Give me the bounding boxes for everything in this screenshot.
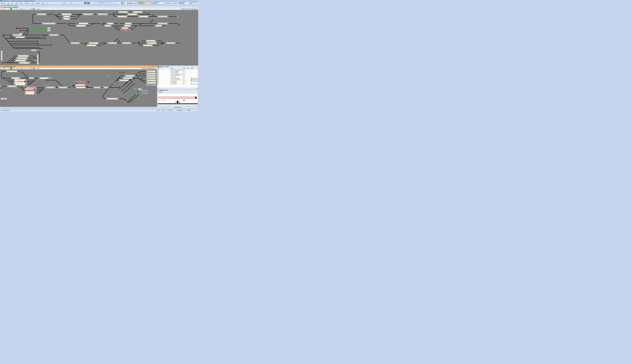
draw-line-icon[interactable]: ∕▾ bbox=[13, 8, 15, 10]
block-figagni-re-voie-1[interactable]: Figagnière voie 1 bbox=[88, 42, 99, 44]
level-crossing-icon[interactable]: + bbox=[125, 101, 126, 102]
speed-checkbox[interactable] bbox=[183, 70, 184, 70]
column-header-train[interactable]: Train bbox=[157, 68, 170, 69]
column-header-sig[interactable]: Sig. bbox=[187, 68, 190, 69]
loco-stop-a-icon[interactable]: ▣ bbox=[127, 2, 129, 4]
route-left-icon[interactable]: ⇆ bbox=[114, 2, 115, 4]
block-meyrargues-voie-15[interactable]: Meyrargues voie 15 bbox=[118, 80, 129, 81]
signal-state-icon[interactable] bbox=[88, 88, 90, 89]
block-figagni-re-vers-dragui-[interactable]: Figagnière vers Dragui... bbox=[70, 42, 80, 44]
text-button-a-maintenir-libre[interactable]: A MAINTENIR LIBRE bbox=[146, 83, 156, 84]
speed-checkbox[interactable] bbox=[183, 78, 184, 79]
train-row-zz-3-renault[interactable]: ZZ 3 Renault0▸Salerne voie 2 bbox=[157, 81, 198, 82]
draw-ellipse-icon[interactable]: ○▾ bbox=[26, 68, 28, 70]
stop-marker-icon[interactable] bbox=[184, 100, 185, 101]
block-saint-jeannet-voie-3[interactable]: Saint-Jeannet voie 3 bbox=[138, 16, 149, 17]
panel-title-indicator[interactable]: 3 Salernes-Meyrargues ▾ bbox=[142, 68, 156, 69]
panel2-close-button[interactable]: × bbox=[196, 7, 198, 8]
draw-slope-icon[interactable]: ∠▾ bbox=[16, 8, 18, 10]
clock-icon[interactable]: ◷ bbox=[134, 2, 136, 4]
block-grasse-voie-1[interactable]: Grasse voie 1 bbox=[104, 25, 112, 26]
select-icon[interactable]: ↖ bbox=[1, 8, 3, 10]
menu-help[interactable]: Help bbox=[41, 2, 45, 4]
block-meyrargues-voie-4[interactable]: Meyrargues voie 4 bbox=[146, 77, 156, 79]
train-row-cp-85-marchandises-tracteur[interactable]: CP 85 marchandises tracteur0 bbox=[157, 74, 198, 75]
block-entr-e-sortie-flayosc[interactable]: Entrée/sortie Flayosc bbox=[39, 77, 50, 79]
block-sillans-vers-me-[interactable]: Sillans - Vers Me... bbox=[93, 87, 101, 88]
block-entrecastaux-ver-[interactable]: Entrecastaux ver... bbox=[37, 54, 38, 64]
connector-c[interactable]: C bbox=[50, 77, 52, 79]
undo-icon[interactable]: ↶ bbox=[56, 2, 58, 4]
draw-switch-icon[interactable]: ⋎▾ bbox=[18, 68, 20, 70]
block-halte-du-viaduc-du-loup[interactable]: Halte du Viaduc du Loup bbox=[42, 23, 56, 24]
block-peymenade-voie-2[interactable]: Peymenade voie 2 bbox=[146, 42, 157, 44]
block-vence-vers-saint-jeannet[interactable]: Vence vers Saint-Jeannet bbox=[82, 14, 94, 15]
engines-close-button[interactable]: × bbox=[196, 66, 198, 67]
window-button-flayosc-voie-3[interactable]: Flayosc voie 3 bbox=[189, 2, 198, 4]
block-meyrargues-voie-2[interactable]: Meyrargues voie 2 bbox=[146, 73, 156, 74]
arrow-down-icon[interactable]: ↓ bbox=[117, 2, 119, 4]
block-salerne-voie-5[interactable]: Salerne voie 5 bbox=[25, 93, 35, 94]
block-flayosc-voie-4[interactable]: Flayosc voie 4 bbox=[14, 79, 26, 81]
block-cp-94-train-nettoyeur[interactable]: CP 94 train nettoyeur bbox=[24, 87, 36, 88]
palette-icon[interactable]: ◕ bbox=[35, 68, 37, 70]
block-grasse-vers-peymenade[interactable]: Grasse vers Peymenade bbox=[157, 23, 168, 24]
window-button-messages[interactable]: Messages bbox=[163, 2, 171, 4]
signal-indicator[interactable]: F0 bbox=[14, 84, 17, 85]
block-vence-vers-grasse[interactable]: Vence vers Grasse bbox=[36, 14, 47, 15]
block-sillans-vers-sal-[interactable]: Sillans - Vers Sal... bbox=[58, 87, 68, 88]
draw-ellipse-icon[interactable]: ○▾ bbox=[26, 8, 28, 10]
panel3-close-button[interactable]: × bbox=[155, 66, 156, 67]
speed-checkbox[interactable] bbox=[183, 79, 184, 80]
panel3-caption[interactable]: 3 Salernes-Meyrargues ▾ ⊤ × bbox=[0, 66, 157, 68]
draw-signal-icon[interactable]: ▮▾ bbox=[21, 68, 23, 70]
block-salerne-voie-3[interactable]: Salerne voie 3 bbox=[25, 90, 36, 92]
flayosc-minimize-button[interactable]: – bbox=[194, 90, 196, 91]
tools-icon[interactable]: × bbox=[75, 2, 77, 4]
connector-b[interactable]: B bbox=[0, 90, 2, 92]
speed-checkbox[interactable] bbox=[183, 76, 184, 77]
draw-line-icon[interactable]: ∕▾ bbox=[13, 68, 15, 70]
connector-a[interactable]: A bbox=[177, 16, 178, 18]
block-vl-[interactable]: vl... bbox=[134, 88, 136, 90]
window-grid-icon[interactable]: ◫ bbox=[72, 2, 74, 4]
block-figagni-re-voie-2[interactable]: Figagnière voie 2 bbox=[86, 44, 97, 46]
cut-icon[interactable]: × bbox=[60, 2, 62, 4]
window-button-inspector[interactable]: Inspector bbox=[172, 2, 179, 4]
panel3-menu-button[interactable]: ▾ bbox=[152, 66, 153, 67]
signal-indicator[interactable]: F0 bbox=[88, 84, 90, 86]
brush-icon[interactable]: ▬▾ bbox=[8, 8, 10, 10]
tab-layout-1[interactable]: 1 Nice-Lingostière-Colomars bbox=[0, 4, 19, 6]
signal-state-icon[interactable] bbox=[111, 81, 112, 82]
copy-icon[interactable]: ▦ bbox=[62, 2, 64, 4]
block-saint-jeannet-voie-1[interactable]: Saint-Jeannet voie 1 bbox=[132, 11, 143, 13]
menu-schedule[interactable]: Schedule bbox=[24, 2, 30, 4]
text-button-non[interactable]: Non bbox=[138, 92, 140, 94]
freeze-icon[interactable]: ∗ bbox=[86, 2, 88, 4]
block-vence-voie-2[interactable]: Vence voie 2 bbox=[62, 16, 70, 17]
signal-indicator[interactable]: F0 bbox=[14, 88, 16, 89]
speed-checkbox[interactable] bbox=[183, 72, 184, 73]
level-crossing-icon[interactable]: + bbox=[131, 94, 132, 96]
speed-checkbox[interactable] bbox=[183, 75, 184, 76]
image-icon[interactable]: ▧ bbox=[38, 8, 39, 10]
block-le-loup-voie-1[interactable]: Le Loup voie 1 bbox=[76, 25, 86, 26]
block-le-loup-voie-2[interactable]: Le Loup voie 2 bbox=[78, 23, 89, 24]
block-sillans-voie-3[interactable]: Sillans voie 3 bbox=[76, 81, 86, 83]
block-vence-voie-3[interactable]: Vence voie 3 bbox=[61, 14, 72, 15]
menu-tools[interactable]: Tools bbox=[30, 2, 35, 4]
speed-checkbox[interactable] bbox=[183, 81, 184, 82]
chart-icon[interactable] bbox=[160, 91, 161, 93]
block-vence-voie-1[interactable]: Vence voie 1 bbox=[62, 18, 70, 20]
panel2-track-diagram[interactable]: Vence vers GrasseVence voie 3Vence vers … bbox=[0, 10, 198, 66]
speed-checkbox[interactable] bbox=[183, 82, 184, 83]
block-meyrargues-retourneme-[interactable]: Meyrargues retourneme... bbox=[106, 98, 118, 100]
pencil-icon[interactable]: ∕ bbox=[6, 8, 7, 10]
crossing-locked-icon[interactable] bbox=[15, 84, 16, 85]
panel2-menu-button[interactable]: ▾ bbox=[193, 7, 194, 8]
connector-b[interactable]: B bbox=[37, 49, 38, 51]
menu-window[interactable]: Window bbox=[35, 2, 41, 4]
flayosc-speed-bar[interactable] bbox=[158, 105, 197, 106]
location-pin-icon[interactable]: ◆▾ bbox=[78, 2, 80, 4]
block-saint-jeannet-voie-11[interactable]: Saint-Jeannet voie 11 bbox=[118, 11, 128, 13]
